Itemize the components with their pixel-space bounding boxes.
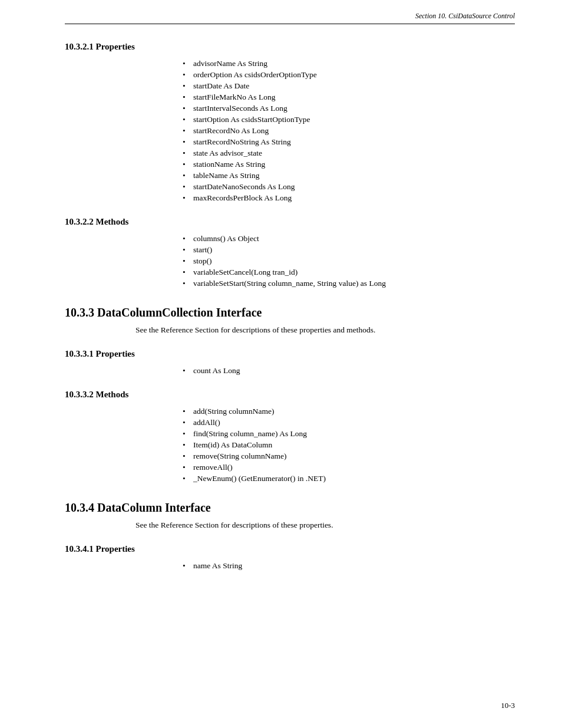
list-item: remove(String columnName) (183, 452, 515, 461)
list-item: addAll() (183, 418, 515, 427)
header-rule (65, 24, 515, 24)
list-item: count As Long (183, 366, 515, 375)
list-item: stationName As String (183, 160, 515, 169)
list-item: orderOption As csidsOrderOptionType (183, 70, 515, 80)
section-1034-description: See the Reference Section for descriptio… (135, 521, 515, 530)
page-container: Section 10. CsiDataSource Control 10.3.2… (0, 0, 562, 728)
section-1032-properties-list: advisorName As String orderOption As csi… (183, 59, 515, 203)
list-item: columns() As Object (183, 234, 515, 243)
section-1034-heading: 10.3.4 DataColumn Interface (65, 501, 515, 515)
main-content: 10.3.2.1 Properties advisorName As Strin… (65, 42, 515, 571)
list-item: tableName As String (183, 171, 515, 180)
list-item: add(String columnName) (183, 407, 515, 416)
page-number: 10-3 (501, 701, 515, 710)
list-item: _NewEnum() (GetEnumerator() in .NET) (183, 474, 515, 483)
list-item: stop() (183, 256, 515, 266)
header-section-label: Section 10. CsiDataSource Control (415, 12, 515, 20)
section-1033-properties-list: count As Long (183, 366, 515, 375)
section-1033-properties-heading: 10.3.3.1 Properties (65, 349, 515, 359)
list-item: removeAll() (183, 463, 515, 472)
section-1033-methods-list: add(String columnName) addAll() find(Str… (183, 407, 515, 483)
header-text: Section 10. CsiDataSource Control (415, 12, 515, 21)
list-item: startDateNanoSeconds As Long (183, 182, 515, 192)
list-item: startFileMarkNo As Long (183, 93, 515, 102)
list-item: state As advisor_state (183, 149, 515, 158)
section-1032-methods-list: columns() As Object start() stop() varia… (183, 234, 515, 288)
list-item: startDate As Date (183, 81, 515, 91)
list-item: advisorName As String (183, 59, 515, 68)
list-item: variableSetStart(String column_name, Str… (183, 279, 515, 288)
section-1034-properties-list: name As String (183, 561, 515, 571)
list-item: startRecordNoString As String (183, 137, 515, 147)
list-item: Item(id) As DataColumn (183, 440, 515, 450)
list-item: maxRecordsPerBlock As Long (183, 193, 515, 203)
list-item: startRecordNo As Long (183, 126, 515, 136)
list-item: startOption As csidsStartOptionType (183, 115, 515, 124)
list-item: name As String (183, 561, 515, 571)
list-item: variableSetCancel(Long tran_id) (183, 268, 515, 277)
section-1032-properties-heading: 10.3.2.1 Properties (65, 42, 515, 52)
list-item: startIntervalSeconds As Long (183, 104, 515, 113)
section-1032-methods-heading: 10.3.2.2 Methods (65, 217, 515, 227)
list-item: find(String column_name) As Long (183, 429, 515, 439)
section-1033-heading: 10.3.3 DataColumnCollection Interface (65, 306, 515, 319)
list-item: start() (183, 245, 515, 255)
section-1033-methods-heading: 10.3.3.2 Methods (65, 390, 515, 400)
section-1033-description: See the Reference Section for descriptio… (135, 325, 515, 335)
section-1034-properties-heading: 10.3.4.1 Properties (65, 544, 515, 554)
